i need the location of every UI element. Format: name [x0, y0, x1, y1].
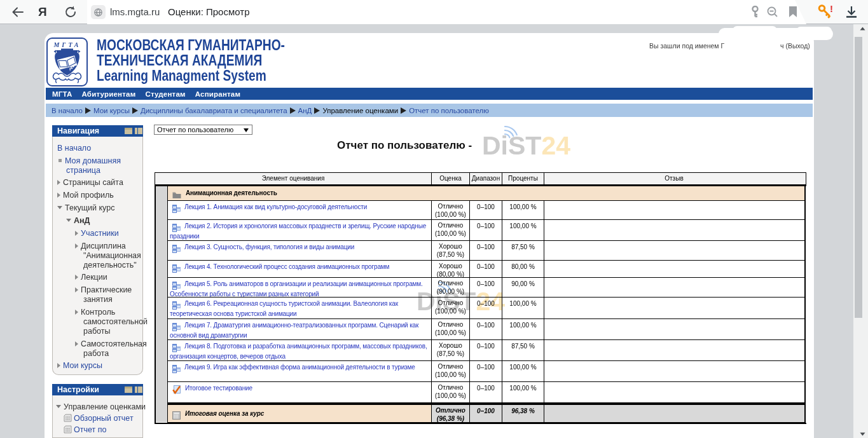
svg-text:!: ! [830, 3, 833, 14]
svg-text:МГТА: МГТА [53, 41, 81, 48]
